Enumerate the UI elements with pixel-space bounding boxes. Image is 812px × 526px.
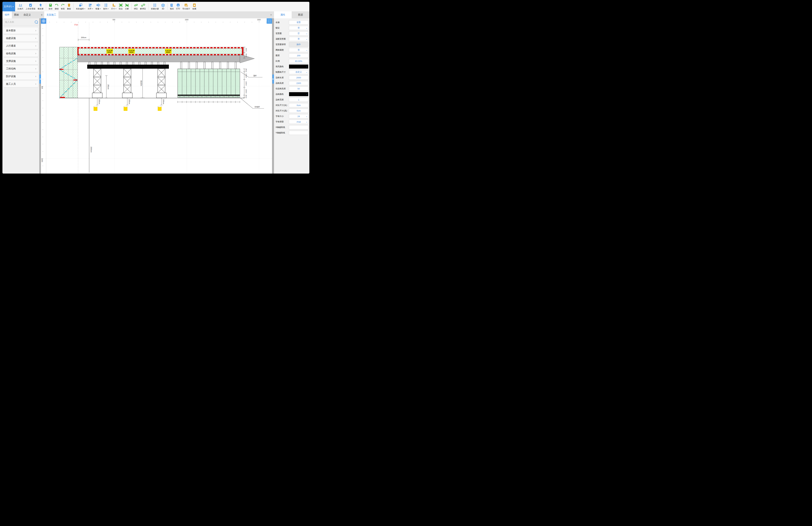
toolbar-button-upload-image[interactable]: 上传背景图 xyxy=(25,2,37,11)
scaffold-stair-tower[interactable] xyxy=(59,47,77,98)
toolbar-button-scatter[interactable]: 散列▼ xyxy=(102,2,110,11)
prop-control-12[interactable] xyxy=(289,87,308,91)
prop-control-13[interactable]: ⌄ xyxy=(289,92,308,96)
prop-control-6[interactable] xyxy=(289,54,308,58)
toolbar-button-eraser[interactable]: 橡皮擦 xyxy=(37,2,45,11)
sidebar-item-2[interactable]: 人行通道› xyxy=(3,42,38,49)
toolbar-separator xyxy=(73,3,74,10)
sidebar-item-3[interactable]: 临电设施› xyxy=(3,50,38,57)
prop-control-4[interactable]: 操作 xyxy=(289,42,308,47)
prop-control-18[interactable]: Arial⌄ xyxy=(289,120,308,124)
prop-input-14[interactable] xyxy=(289,98,308,101)
prop-control-19[interactable] xyxy=(289,125,308,129)
toolbar-button-undo[interactable]: 撤销 xyxy=(54,2,60,11)
svg-text:90cm: 90cm xyxy=(232,96,234,97)
prop-control-9[interactable]: 自定义⌄ xyxy=(289,70,308,74)
collapse-panel-icon[interactable]: » xyxy=(270,13,271,16)
toolbar-group: 拆建步骤 3D xyxy=(150,2,166,11)
prop-input-19[interactable] xyxy=(289,126,308,129)
safety-barrier[interactable]: 进入施工现场请减速慢行进入施工现场请减速慢行进入施工现场请减速慢行 xyxy=(77,47,244,55)
toolbar-button-save[interactable]: 保存 xyxy=(47,2,54,11)
prop-control-2[interactable]: 空⌄ xyxy=(289,31,308,35)
file-menu-button[interactable]: 文件(F) ▼ xyxy=(2,2,15,11)
right-splitter[interactable] xyxy=(272,18,274,174)
chevron-right-icon: › xyxy=(35,60,36,62)
toolbar-button-paste-offset[interactable]: 粘贴偏移▼ xyxy=(75,2,87,11)
prop-control-8[interactable]: ⌄ xyxy=(289,64,308,69)
search-input[interactable] xyxy=(2,20,35,24)
drawing-canvas[interactable]: 37px xyxy=(43,23,272,174)
prop-input-0[interactable] xyxy=(289,21,308,24)
prop-control-17[interactable]: 24⌄ xyxy=(289,114,308,118)
prop-control-16[interactable] xyxy=(289,108,308,113)
toolbar-button-steps[interactable]: 拆建步骤 xyxy=(150,2,160,11)
toolbar-button-ungroup[interactable]: 分解 xyxy=(124,2,130,11)
construction-drawing[interactable]: 37px xyxy=(43,23,272,174)
toolbar-button-dimension[interactable]: 尺寸▼ xyxy=(110,2,118,11)
prop-control-0[interactable] xyxy=(289,20,308,25)
toolbar-button-align[interactable]: 对齐▼ xyxy=(87,2,95,11)
toolbar-button-favorite[interactable]: 收藏 xyxy=(191,2,198,11)
toolbar-button-preview[interactable]: 预览 xyxy=(169,2,175,11)
prop-control-5[interactable]: 否⌄ xyxy=(289,48,308,52)
prop-label: 图层 xyxy=(276,54,280,57)
cap-beam[interactable] xyxy=(87,64,169,69)
toolbar: 文件(F) ▼ 1:1 比例尺 上传背景图 橡皮擦 保存 撤销 恢复 删除 粘贴… xyxy=(2,2,309,12)
sidebar-tab-0[interactable]: 组件 xyxy=(2,11,12,18)
panel-tab-0[interactable]: 属性 xyxy=(274,11,292,18)
prop-control-11[interactable] xyxy=(289,81,308,85)
prop-input-11[interactable] xyxy=(289,82,308,85)
panel-tab-1[interactable]: 图层 xyxy=(292,11,309,18)
mesh-wall[interactable]: 90cm90cm90cm90cm90cm90cm90cm90cm90cm90cm… xyxy=(178,69,240,98)
fit-view-button[interactable]: ⛶ xyxy=(267,18,272,24)
prop-control-1[interactable]: 否⌄ xyxy=(289,26,308,30)
toolbar-button-group[interactable]: 组合 xyxy=(118,2,124,11)
bridge-deck-arrow[interactable] xyxy=(77,54,255,63)
prop-input-10[interactable] xyxy=(289,76,308,79)
search-icon[interactable] xyxy=(35,20,38,24)
sidebar-item-0[interactable]: 基本图形› xyxy=(3,27,38,34)
origin-button[interactable] xyxy=(41,18,46,24)
tab-zhijiashigong[interactable]: 支架施工 xyxy=(44,11,58,18)
collapse-properties-handle[interactable] xyxy=(272,74,274,84)
prop-input-6[interactable] xyxy=(289,54,308,57)
toolbar-button-print[interactable]: 打印 xyxy=(175,2,181,11)
toolbar-button-bind[interactable]: 绑定 xyxy=(133,2,139,11)
prop-control-10[interactable] xyxy=(289,75,308,80)
toolbar-button-redo[interactable]: 恢复 xyxy=(60,2,66,11)
prop-label: 名称 xyxy=(276,21,280,24)
toolbar-button-unbind[interactable]: 解绑定 xyxy=(139,2,147,11)
safety-barrels[interactable] xyxy=(94,106,161,111)
prop-input-16[interactable] xyxy=(289,109,308,112)
prop-label: 信息框高度 xyxy=(276,87,286,90)
prop-input-20[interactable] xyxy=(289,132,308,134)
sidebar-item-7[interactable]: 施工人员› xyxy=(3,81,38,87)
prop-input-15[interactable] xyxy=(289,104,308,107)
sidebar-item-5[interactable]: 工程结构› xyxy=(3,65,38,72)
prop-control-3[interactable]: 否⌄ xyxy=(289,37,308,41)
toolbar-button-delete[interactable]: 删除 xyxy=(66,2,72,11)
prop-input-12[interactable] xyxy=(289,87,308,90)
prop-control-7[interactable] xyxy=(289,59,308,63)
toolbar-button-export-image[interactable]: 导出图片 xyxy=(181,2,191,11)
sidebar-item-1[interactable]: 临建设施› xyxy=(3,35,38,42)
prop-control-14[interactable] xyxy=(289,98,308,102)
sidebar-tab-1[interactable]: 图标 xyxy=(12,11,21,18)
sidebar-item-4[interactable]: 支撑设施› xyxy=(3,58,38,64)
toolbar-button-mirror[interactable]: 镜像▼ xyxy=(95,2,102,11)
toolbar-button-scale-ruler[interactable]: 1:1 比例尺 xyxy=(16,2,25,11)
new-tab-button[interactable]: + xyxy=(39,11,44,18)
prop-control-20[interactable] xyxy=(289,131,308,135)
prop-row-5: 网格吸附否⌄ xyxy=(276,48,308,52)
toolbar-button-cube-3d[interactable]: 3D xyxy=(160,2,166,11)
sidebar-item-6[interactable]: 防护设施› xyxy=(3,73,38,80)
sidebar-tab-2[interactable]: 自定义 xyxy=(21,11,33,18)
lattice-columns[interactable] xyxy=(92,69,166,98)
collapse-sidebar-handle[interactable] xyxy=(39,74,41,84)
chevron-right-icon: › xyxy=(35,83,36,85)
prop-control-15[interactable] xyxy=(289,103,308,107)
prop-row-0: 名称 xyxy=(276,20,308,25)
prop-row-19: X轴辅助线 xyxy=(276,125,308,129)
left-splitter[interactable] xyxy=(39,18,41,174)
prop-input-7[interactable] xyxy=(289,60,308,62)
